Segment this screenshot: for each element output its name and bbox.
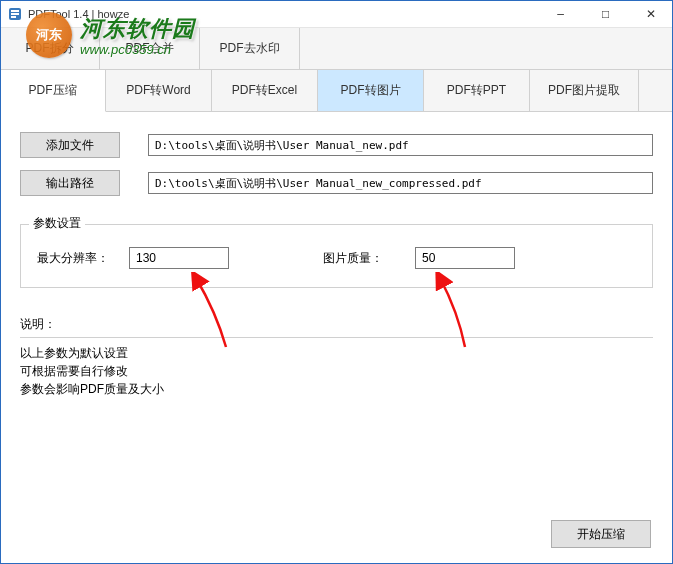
max-resolution-input[interactable] <box>129 247 229 269</box>
notes-title: 说明： <box>20 316 653 338</box>
tab-pdf-compress[interactable]: PDF压缩 <box>0 70 106 112</box>
action-row: 开始压缩 <box>551 520 651 548</box>
tabs-row-2: PDF压缩 PDF转Word PDF转Excel PDF转图片 PDF转PPT … <box>0 70 673 112</box>
tab-pdf-to-image[interactable]: PDF转图片 <box>318 70 424 111</box>
image-quality-input[interactable] <box>415 247 515 269</box>
maximize-button[interactable]: □ <box>583 0 628 28</box>
tab-pdf-remove-watermark[interactable]: PDF去水印 <box>200 28 300 69</box>
output-path-button[interactable]: 输出路径 <box>20 170 120 196</box>
tab-pdf-split[interactable]: PDF拆分 <box>0 28 100 69</box>
content-pane: 添加文件 输出路径 参数设置 最大分辨率： 图片质量： 说明： 以上参数为默认设… <box>0 112 673 560</box>
add-file-button[interactable]: 添加文件 <box>20 132 120 158</box>
titlebar: PDFTool 1.4 | howze – □ ✕ <box>0 0 673 28</box>
svg-rect-3 <box>11 16 16 18</box>
tab-pdf-to-excel[interactable]: PDF转Excel <box>212 70 318 111</box>
app-icon <box>8 7 22 21</box>
svg-rect-2 <box>11 13 19 15</box>
max-resolution-label: 最大分辨率： <box>37 250 117 267</box>
notes-block: 说明： 以上参数为默认设置 可根据需要自行修改 参数会影响PDF质量及大小 <box>20 316 653 398</box>
window-controls: – □ ✕ <box>538 0 673 28</box>
note-line-2: 可根据需要自行修改 <box>20 362 653 380</box>
tab-pdf-merge[interactable]: PDF合并 <box>100 28 200 69</box>
note-line-3: 参数会影响PDF质量及大小 <box>20 380 653 398</box>
start-compress-button[interactable]: 开始压缩 <box>551 520 651 548</box>
image-quality-label: 图片质量： <box>323 250 403 267</box>
minimize-button[interactable]: – <box>538 0 583 28</box>
tab-pdf-to-word[interactable]: PDF转Word <box>106 70 212 111</box>
close-button[interactable]: ✕ <box>628 0 673 28</box>
tab-pdf-to-ppt[interactable]: PDF转PPT <box>424 70 530 111</box>
output-path-row: 输出路径 <box>20 170 653 196</box>
window-title: PDFTool 1.4 | howze <box>28 8 538 20</box>
tab-pdf-extract-images[interactable]: PDF图片提取 <box>530 70 639 111</box>
svg-rect-1 <box>11 10 19 12</box>
note-line-1: 以上参数为默认设置 <box>20 344 653 362</box>
tabs-row-1: PDF拆分 PDF合并 PDF去水印 <box>0 28 673 70</box>
output-file-path[interactable] <box>148 172 653 194</box>
input-file-path[interactable] <box>148 134 653 156</box>
params-legend: 参数设置 <box>29 215 85 232</box>
add-file-row: 添加文件 <box>20 132 653 158</box>
params-fieldset: 参数设置 最大分辨率： 图片质量： <box>20 224 653 288</box>
